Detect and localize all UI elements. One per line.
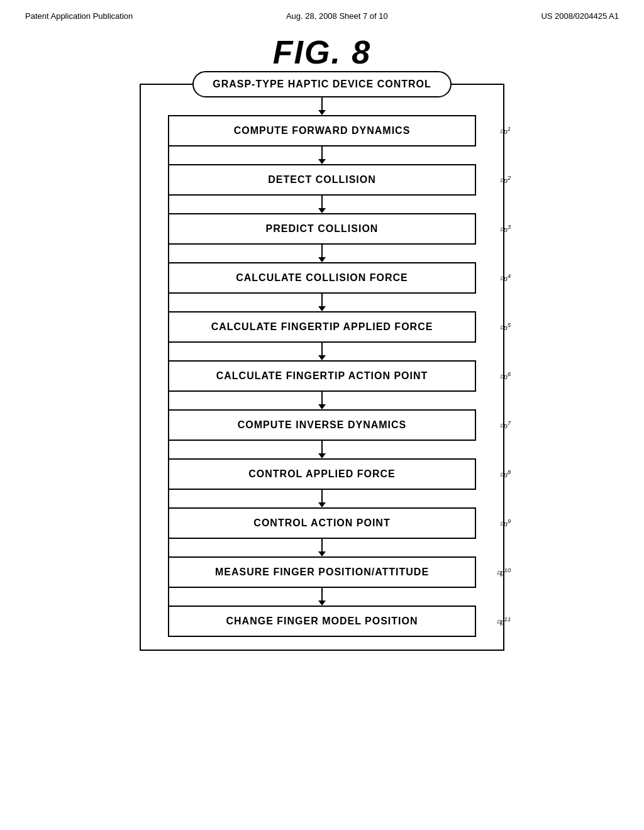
- step-label-p9: ⌑p9: [500, 518, 511, 528]
- start-label: GRASP-TYPE HAPTIC DEVICE CONTROL: [213, 79, 431, 89]
- step-wrapper-p2: DETECT COLLISION ⌑p2: [168, 164, 476, 196]
- flowchart-diagram: GRASP-TYPE HAPTIC DEVICE CONTROL COMPUTE…: [0, 84, 644, 651]
- process-box-p11: CHANGE FINGER MODEL POSITION: [168, 606, 476, 637]
- arrow-3: [318, 245, 326, 262]
- figure-title: FIG. 8: [0, 33, 644, 71]
- arrow-7: [318, 441, 326, 458]
- process-box-p4: CALCULATE COLLISION FORCE: [168, 262, 476, 294]
- step-wrapper-p8: CONTROL APPLIED FORCE ⌑p8: [168, 458, 476, 490]
- header-right: US 2008/0204425 A1: [541, 11, 619, 21]
- step-wrapper-p9: CONTROL ACTION POINT ⌑p9: [168, 507, 476, 539]
- arrow-10: [318, 588, 326, 606]
- arrow-6: [318, 392, 326, 409]
- step-label-p8: ⌑p8: [500, 469, 511, 479]
- step-label-p2: ⌑p2: [500, 175, 511, 185]
- step-wrapper-p7: COMPUTE INVERSE DYNAMICS ⌑p7: [168, 409, 476, 441]
- arrow-0: [318, 97, 326, 115]
- inner-content: COMPUTE FORWARD DYNAMICS ⌑p1 DETECT COLL…: [168, 115, 476, 637]
- header-middle: Aug. 28, 2008 Sheet 7 of 10: [286, 11, 388, 21]
- start-box: GRASP-TYPE HAPTIC DEVICE CONTROL: [192, 71, 452, 97]
- arrow-1: [318, 147, 326, 164]
- step-label-p11: ⌑p11: [497, 616, 511, 626]
- arrow-8: [318, 490, 326, 507]
- step-label-p1: ⌑p1: [500, 126, 511, 136]
- step-wrapper-p10: MEASURE FINGER POSITION/ATTITUDE ⌑p10: [168, 556, 476, 588]
- arrow-5: [318, 343, 326, 360]
- step-label-p7: ⌑p7: [500, 420, 511, 430]
- outer-border-box: GRASP-TYPE HAPTIC DEVICE CONTROL COMPUTE…: [140, 84, 504, 651]
- step-wrapper-p4: CALCULATE COLLISION FORCE ⌑p4: [168, 262, 476, 294]
- step-wrapper-p5: CALCULATE FINGERTIP APPLIED FORCE ⌑p5: [168, 311, 476, 343]
- process-box-p6: CALCULATE FINGERTIP ACTION POINT: [168, 360, 476, 392]
- process-box-p3: PREDICT COLLISION: [168, 213, 476, 245]
- process-box-p8: CONTROL APPLIED FORCE: [168, 458, 476, 490]
- process-box-p5: CALCULATE FINGERTIP APPLIED FORCE: [168, 311, 476, 343]
- process-box-p1: COMPUTE FORWARD DYNAMICS: [168, 115, 476, 147]
- arrow-4: [318, 294, 326, 311]
- step-label-p5: ⌑p5: [500, 322, 511, 332]
- step-label-p4: ⌑p4: [500, 273, 511, 283]
- step-wrapper-p1: COMPUTE FORWARD DYNAMICS ⌑p1: [168, 115, 476, 147]
- page-header: Patent Application Publication Aug. 28, …: [0, 0, 644, 27]
- step-label-p10: ⌑p10: [497, 567, 511, 577]
- process-box-p9: CONTROL ACTION POINT: [168, 507, 476, 539]
- process-box-p7: COMPUTE INVERSE DYNAMICS: [168, 409, 476, 441]
- step-wrapper-p6: CALCULATE FINGERTIP ACTION POINT ⌑p6: [168, 360, 476, 392]
- header-left: Patent Application Publication: [25, 11, 133, 21]
- step-wrapper-p3: PREDICT COLLISION ⌑p3: [168, 213, 476, 245]
- step-label-p6: ⌑p6: [500, 371, 511, 381]
- process-box-p10: MEASURE FINGER POSITION/ATTITUDE: [168, 556, 476, 588]
- arrow-2: [318, 196, 326, 213]
- step-wrapper-p11: CHANGE FINGER MODEL POSITION ⌑p11: [168, 606, 476, 637]
- step-label-p3: ⌑p3: [500, 224, 511, 234]
- process-box-p2: DETECT COLLISION: [168, 164, 476, 196]
- arrow-9: [318, 539, 326, 556]
